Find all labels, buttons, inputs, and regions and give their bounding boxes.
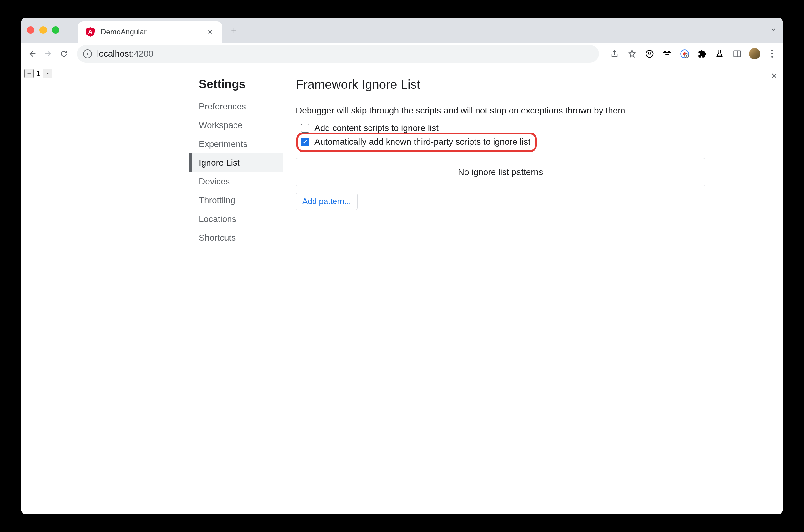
browser-window: DemoAngular × + i localhost:4200: [21, 18, 783, 514]
extensions-puzzle-icon[interactable]: [696, 48, 708, 59]
content-scripts-label: Add content scripts to ignore list: [314, 123, 439, 133]
nav-ignore-list[interactable]: Ignore List: [189, 153, 283, 172]
highlight-annotation: Automatically add known third-party scri…: [296, 133, 537, 152]
close-window-button[interactable]: [27, 26, 34, 34]
nav-throttling[interactable]: Throttling: [189, 191, 283, 210]
forward-button[interactable]: [42, 48, 54, 60]
tab-title: DemoAngular: [101, 27, 200, 36]
nav-workspace[interactable]: Workspace: [189, 116, 283, 135]
svg-rect-5: [667, 52, 668, 53]
third-party-checkbox[interactable]: [301, 137, 309, 146]
settings-heading: Settings: [189, 74, 283, 97]
svg-point-2: [650, 53, 651, 54]
toolbar-right: [609, 48, 778, 59]
close-settings-button[interactable]: ×: [771, 70, 777, 81]
devtools-settings-panel: Settings Preferences Workspace Experimen…: [189, 65, 783, 514]
side-panel-icon[interactable]: [731, 48, 743, 59]
svg-point-0: [646, 50, 653, 57]
angular-favicon: [85, 27, 95, 37]
settings-main: × Framework Ignore List Debugger will sk…: [283, 65, 783, 514]
increment-button[interactable]: +: [24, 69, 34, 78]
svg-rect-11: [734, 51, 741, 57]
address-bar[interactable]: i localhost:4200: [77, 45, 599, 62]
extension-icon-1[interactable]: [644, 48, 655, 59]
svg-rect-7: [670, 52, 671, 53]
svg-rect-6: [663, 52, 665, 53]
new-tab-button[interactable]: +: [228, 24, 240, 36]
close-tab-button[interactable]: ×: [206, 27, 214, 37]
menu-button[interactable]: [766, 48, 778, 59]
content-scripts-checkbox[interactable]: [301, 124, 309, 133]
url-port: :4200: [132, 49, 153, 58]
nav-preferences[interactable]: Preferences: [189, 97, 283, 116]
extension-icon-3[interactable]: [679, 48, 690, 59]
extension-icon-flask[interactable]: [714, 48, 725, 59]
page-content: + 1 -: [21, 65, 189, 514]
maximize-window-button[interactable]: [52, 26, 59, 34]
content-area: + 1 - Settings Preferences Workspace Exp…: [21, 65, 783, 514]
toolbar: i localhost:4200: [21, 42, 783, 65]
third-party-label: Automatically add known third-party scri…: [314, 137, 531, 147]
site-info-icon[interactable]: i: [83, 50, 92, 58]
nav-shortcuts[interactable]: Shortcuts: [189, 228, 283, 247]
add-pattern-button[interactable]: Add pattern...: [296, 193, 358, 210]
ignore-patterns-list: No ignore list patterns: [296, 158, 705, 186]
window-controls: [27, 26, 59, 34]
browser-tab[interactable]: DemoAngular ×: [78, 21, 222, 42]
counter-widget: + 1 -: [24, 69, 185, 78]
url-text: localhost:4200: [97, 49, 153, 59]
extension-icon-2[interactable]: [662, 48, 673, 59]
svg-point-1: [648, 53, 649, 54]
minimize-window-button[interactable]: [39, 26, 47, 34]
empty-patterns-text: No ignore list patterns: [458, 167, 543, 177]
profile-avatar[interactable]: [749, 48, 760, 59]
panel-title: Framework Ignore List: [296, 77, 771, 98]
panel-description: Debugger will skip through the scripts a…: [296, 98, 771, 121]
counter-value: 1: [35, 69, 42, 78]
decrement-button[interactable]: -: [43, 69, 52, 78]
bookmark-star-icon[interactable]: [627, 48, 638, 59]
nav-devices[interactable]: Devices: [189, 172, 283, 191]
share-icon[interactable]: [609, 48, 620, 59]
tab-bar: DemoAngular × +: [21, 18, 783, 42]
settings-sidebar: Settings Preferences Workspace Experimen…: [189, 65, 283, 514]
nav-experiments[interactable]: Experiments: [189, 135, 283, 153]
third-party-checkbox-row: Automatically add known third-party scri…: [301, 137, 531, 147]
reload-button[interactable]: [58, 48, 70, 60]
url-host: localhost: [97, 49, 132, 58]
tab-list-dropdown[interactable]: [770, 26, 777, 34]
nav-locations[interactable]: Locations: [189, 210, 283, 228]
back-button[interactable]: [26, 48, 39, 60]
